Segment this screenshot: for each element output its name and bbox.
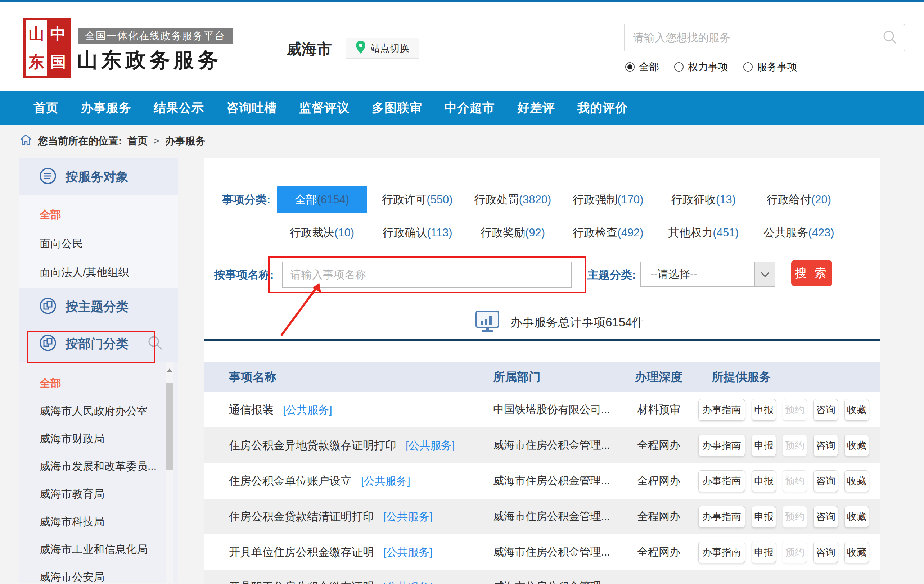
sidebar-section-department[interactable]: 按部门分类 — [19, 325, 178, 362]
category-tab[interactable]: 行政许可(550) — [370, 186, 465, 213]
apply-button[interactable]: 申报 — [752, 470, 776, 492]
nav-item[interactable]: 好差评 — [517, 100, 555, 116]
guide-button[interactable]: 办事指南 — [698, 399, 745, 421]
sidebar: 按服务对象 全部面向公民面向法人/其他组织 按主题分类 按部门分类 全部威海市人… — [19, 158, 178, 584]
consult-button[interactable]: 咨询 — [813, 541, 838, 563]
item-name-link[interactable]: 开具职工住房公积金缴存证明 — [229, 581, 374, 584]
summary-row: 办事服务总计事项6154件 — [475, 310, 644, 335]
apply-button[interactable]: 申报 — [752, 506, 776, 528]
department-item[interactable]: 威海市人民政府办公室 — [19, 397, 178, 425]
category-tab[interactable]: 行政强制(170) — [561, 186, 656, 213]
nav-item[interactable]: 监督评议 — [299, 100, 350, 116]
item-tag-link[interactable]: [公共服务] — [283, 404, 332, 416]
guide-button[interactable]: 办事指南 — [698, 506, 745, 528]
sidebar-item[interactable]: 面向公民 — [19, 229, 178, 258]
category-count: (423) — [808, 226, 834, 239]
reserve-button: 预约 — [782, 435, 807, 456]
reserve-button: 预约 — [782, 541, 807, 563]
radio-icon[interactable] — [625, 62, 635, 72]
search-scope-option[interactable]: 服务事项 — [743, 60, 797, 74]
category-tab[interactable]: 全部(6154) — [274, 186, 370, 213]
sidebar-item[interactable]: 面向法人/其他组织 — [19, 258, 178, 287]
scrollbar-thumb[interactable] — [166, 383, 173, 470]
sidebar-section-topic[interactable]: 按主题分类 — [19, 288, 178, 325]
select-dropdown-button[interactable] — [754, 262, 775, 286]
item-name-link[interactable]: 住房公积金异地贷款缴存证明打印 — [229, 439, 396, 452]
category-tab[interactable]: 行政处罚(3820) — [465, 186, 561, 213]
category-tab[interactable]: 行政给付(20) — [751, 186, 846, 213]
category-tab-pill: 行政裁决(10) — [288, 223, 356, 243]
nav-item[interactable]: 首页 — [33, 100, 59, 116]
item-name-link[interactable]: 住房公积金贷款结清证明打印 — [229, 510, 374, 523]
item-name-cell: 住房公积金贷款结清证明打印[公共服务] — [204, 509, 490, 524]
category-name: 公共服务 — [764, 225, 808, 240]
department-search-icon[interactable] — [147, 335, 163, 352]
sidebar-section-title: 按主题分类 — [66, 298, 129, 315]
category-name: 行政裁决 — [290, 225, 334, 240]
column-header-services: 所提供服务 — [691, 369, 880, 385]
guide-button[interactable]: 办事指南 — [698, 435, 745, 456]
consult-button[interactable]: 咨询 — [813, 470, 838, 492]
category-tab[interactable]: 公共服务(423) — [751, 223, 846, 243]
site-switch-button[interactable]: 站点切换 — [346, 38, 419, 59]
category-tab[interactable]: 行政裁决(10) — [274, 223, 370, 243]
apply-button[interactable]: 申报 — [752, 541, 776, 563]
department-item[interactable]: 威海市教育局 — [19, 480, 178, 508]
department-item[interactable]: 威海市科技局 — [19, 508, 178, 536]
favorite-button[interactable]: 收藏 — [845, 506, 869, 528]
scroll-up-arrow[interactable] — [166, 365, 173, 374]
nav-item[interactable]: 中介超市 — [445, 100, 495, 116]
category-tab[interactable]: 行政确认(113) — [370, 223, 465, 243]
favorite-button[interactable]: 收藏 — [845, 541, 869, 563]
sidebar-item[interactable]: 全部 — [19, 200, 178, 229]
guide-button[interactable]: 办事指南 — [698, 541, 745, 563]
search-scope-option[interactable]: 全部 — [625, 60, 659, 74]
consult-button[interactable]: 咨询 — [813, 399, 838, 421]
item-name-link[interactable]: 开具单位住房公积金缴存证明 — [229, 546, 374, 558]
department-item[interactable]: 威海市发展和改革委员... — [19, 453, 178, 480]
topic-select[interactable]: --请选择-- — [640, 262, 776, 287]
favorite-button[interactable]: 收藏 — [845, 435, 869, 456]
category-tab[interactable]: 行政检查(492) — [561, 223, 656, 243]
item-name-input[interactable] — [282, 262, 572, 287]
department-scrollbar[interactable] — [166, 362, 173, 583]
search-button[interactable]: 搜 索 — [791, 260, 832, 286]
category-tab[interactable]: 行政奖励(92) — [465, 223, 561, 243]
apply-button[interactable]: 申报 — [752, 435, 776, 456]
item-name-link[interactable]: 通信报装 — [229, 403, 274, 416]
department-item[interactable]: 威海市公安局 — [19, 564, 178, 583]
item-tag-link[interactable]: [公共服务] — [383, 581, 433, 584]
search-scope-option[interactable]: 权力事项 — [674, 60, 728, 74]
favorite-button[interactable]: 收藏 — [845, 470, 869, 492]
item-tag-link[interactable]: [公共服务] — [383, 546, 433, 558]
item-tag-link[interactable]: [公共服务] — [406, 439, 455, 451]
nav-item[interactable]: 办事服务 — [81, 100, 131, 116]
consult-button[interactable]: 咨询 — [813, 435, 838, 456]
nav-item[interactable]: 咨询吐槽 — [226, 100, 277, 116]
department-item[interactable]: 全部 — [19, 370, 178, 397]
favorite-button[interactable]: 收藏 — [845, 399, 869, 421]
category-tab[interactable]: 行政征收(13) — [656, 186, 751, 213]
radio-icon[interactable] — [743, 62, 752, 72]
apply-button[interactable]: 申报 — [752, 399, 776, 421]
category-filter-label: 事项分类: — [222, 186, 270, 213]
consult-button[interactable]: 咨询 — [813, 506, 838, 528]
nav-item[interactable]: 结果公示 — [154, 100, 204, 116]
global-search-input[interactable] — [625, 32, 882, 44]
nav-item[interactable]: 多图联审 — [372, 100, 422, 116]
radio-icon[interactable] — [674, 62, 683, 72]
sidebar-section-service-object[interactable]: 按服务对象 — [19, 158, 178, 195]
nav-item[interactable]: 我的评价 — [578, 100, 628, 116]
item-tag-link[interactable]: [公共服务] — [383, 511, 433, 523]
department-item[interactable]: 威海市财政局 — [19, 425, 178, 453]
category-tab[interactable]: 其他权力(451) — [656, 223, 751, 243]
item-name-link[interactable]: 住房公积金单位账户设立 — [229, 475, 351, 487]
item-dept-cell: 威海市住房公积金管理... — [490, 570, 626, 584]
category-tabs: 全部(6154)行政许可(550)行政处罚(3820)行政强制(170)行政征收… — [274, 186, 846, 243]
column-header-dept: 所属部门 — [490, 369, 626, 385]
search-icon[interactable] — [882, 30, 898, 46]
item-tag-link[interactable]: [公共服务] — [361, 475, 410, 487]
breadcrumb-home-link[interactable]: 首页 — [127, 134, 148, 148]
department-item[interactable]: 威海市工业和信息化局 — [19, 536, 178, 564]
guide-button[interactable]: 办事指南 — [698, 470, 745, 492]
